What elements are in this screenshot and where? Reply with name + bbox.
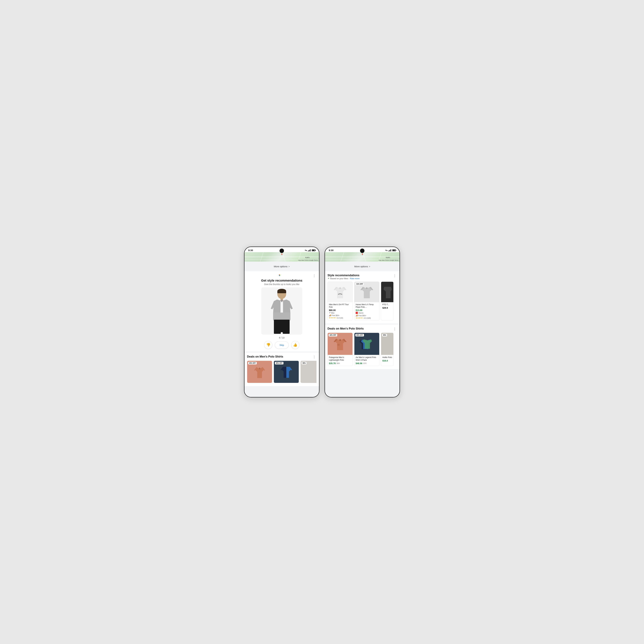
thumbs-up-button-left[interactable]: 👍 bbox=[291, 341, 299, 349]
map-label-left: Kohl's bbox=[305, 257, 310, 258]
svg-rect-17 bbox=[274, 326, 281, 334]
style-rec-content-left: Get style recommendations Give the thumb… bbox=[247, 279, 316, 349]
deals-section-right: Deals on Men's Polo Shirts ⋮ 44% OFF bbox=[325, 325, 400, 369]
map-copyright-right: Map data ©2024 Google Terms bbox=[379, 259, 398, 261]
patagonia-polo-illustration bbox=[331, 335, 349, 353]
product-info-nike-right: Nike Men's Dri-FIT Tour Polo $80.00 ✓ Ni… bbox=[328, 302, 353, 320]
deal-price-ae-right: $48.96 $70 bbox=[356, 362, 378, 365]
shipping-hanes-right: 🚚 Free $50+ bbox=[356, 314, 378, 316]
skip-button-left[interactable]: Skip bbox=[275, 341, 289, 349]
thumbs-down-button-left[interactable]: 👎 bbox=[264, 341, 272, 349]
wifi-icon-right: ▾▴ bbox=[385, 249, 388, 251]
deal-image-hollis-right: 35% bbox=[381, 333, 394, 355]
three-dots-style-right[interactable]: ⋮ bbox=[393, 274, 397, 278]
deals-products-scroll-right[interactable]: 44% OFF Patagonia Men's Lightweight Polo bbox=[328, 333, 397, 367]
discount-badge-patagonia-right: 44% OFF bbox=[329, 334, 337, 336]
map-bg-left: 📍 Kohl's Map data ©2024 Google Terms bbox=[244, 252, 319, 262]
deal-hollis-right[interactable]: 35% Hollis Polo $16.0 bbox=[381, 333, 394, 366]
deal-ae-right[interactable]: 30% OFF Ae Men's Legend Polo Shirt 3-Pac… bbox=[354, 333, 379, 366]
product-name-pto-right: PTO T... bbox=[382, 303, 392, 306]
deal-original-price-ae-right: $70 bbox=[363, 362, 366, 364]
status-icons-right: ▾▴ bbox=[385, 249, 396, 251]
status-icons-left: ▾▴ bbox=[305, 249, 315, 251]
deals-products-scroll-left[interactable]: 44% OFF 30% OFF bbox=[247, 361, 316, 384]
status-time-left: 9:30 bbox=[248, 249, 253, 252]
deals-title-left: Deals on Men's Polo Shirts bbox=[247, 355, 283, 358]
svg-rect-29 bbox=[337, 344, 340, 346]
product-brand-nike-right: ✓ Nike bbox=[329, 312, 351, 314]
deal-original-price-patagonia-right: $65 bbox=[337, 362, 340, 364]
style-rec-subtitle-right: Based on your likes · Rate more bbox=[328, 277, 359, 280]
deal-image-patagonia-right: 44% OFF bbox=[328, 333, 353, 355]
deal-name-patagonia-right: Patagonia Men's Lightweight Polo bbox=[329, 356, 351, 361]
chevron-right-icon-left: > bbox=[288, 265, 290, 268]
signal-bars-right bbox=[388, 249, 391, 251]
shipping-text-hanes-right: Free $50+ bbox=[358, 315, 366, 316]
star-icons-hanes-right: ★★★★½ bbox=[356, 317, 363, 319]
rate-more-link-right[interactable]: Rate more bbox=[350, 277, 360, 280]
shipping-icon-hanes-right: 🚚 bbox=[356, 314, 358, 316]
chevron-right-icon-right: > bbox=[369, 265, 370, 268]
discount-badge-hanes-right: 31% OFF bbox=[355, 283, 364, 285]
product-name-hanes-right: Hanes Men's X-Temp Pique Polo… bbox=[356, 303, 378, 308]
polo-dark-illustration-left bbox=[278, 364, 294, 380]
hanes-brand-name-right: Hanes bbox=[358, 312, 364, 314]
status-bar-left: 9:30 ▾▴ bbox=[244, 247, 319, 252]
product-pto-polo-right[interactable]: PTO T... $29.9 bbox=[381, 282, 394, 320]
deal-image-grey-left: 35% bbox=[301, 361, 316, 383]
thumbs-down-icon-left: 👎 bbox=[266, 343, 270, 347]
deal-price-patagonia-right: $35.78 $65 bbox=[329, 362, 351, 365]
deal-product-pink-left[interactable]: 44% OFF bbox=[247, 361, 272, 383]
scroll-content-left[interactable]: 📍 Kohl's Map data ©2024 Google Terms Mor… bbox=[244, 252, 319, 397]
deal-patagonia-right[interactable]: 44% OFF Patagonia Men's Lightweight Polo bbox=[328, 333, 353, 366]
product-price-pto-right: $29.9 bbox=[382, 307, 392, 309]
style-rec-image-left bbox=[261, 287, 302, 335]
svg-marker-8 bbox=[280, 274, 280, 275]
product-price-hanes-right: $13.00 bbox=[356, 309, 378, 311]
rating-text-hanes-right: 4.3 bbox=[364, 317, 366, 319]
product-price-nike-right: $80.00 bbox=[329, 309, 351, 311]
shipping-nike-right: 🚚 Free $50+ bbox=[329, 314, 351, 316]
battery-icon-right bbox=[392, 249, 396, 251]
more-options-label-right: More options bbox=[354, 265, 368, 268]
more-options-button-left[interactable]: More options > bbox=[247, 263, 316, 270]
nike-brand-icon-right: ✓ bbox=[329, 312, 330, 314]
hanes-brand-icon-right bbox=[356, 312, 358, 314]
wifi-icon-left: ▾▴ bbox=[305, 249, 307, 251]
counter-text-left: 8 / 10 bbox=[279, 336, 284, 339]
ae-polo-illustration bbox=[358, 335, 375, 353]
product-info-pto-right: PTO T... $29.9 bbox=[381, 302, 394, 311]
google-diamond-icon-left bbox=[278, 274, 281, 278]
nike-brand-name-right: Nike bbox=[331, 312, 334, 314]
style-rec-header-left: ⋮ bbox=[247, 274, 316, 278]
product-image-nike-right bbox=[328, 282, 353, 302]
more-options-label-left: More options bbox=[274, 265, 288, 268]
style-products-scroll-right[interactable]: Nike Men's Dri-FIT Tour Polo $80.00 ✓ Ni… bbox=[328, 282, 397, 321]
camera-notch-left bbox=[280, 249, 284, 253]
deal-sale-price-patagonia-right: $35.78 bbox=[329, 362, 336, 365]
shipping-text-nike-right: Free $50+ bbox=[332, 314, 339, 316]
svg-marker-26 bbox=[329, 278, 329, 278]
style-rec-title-right: Style recommendations bbox=[328, 274, 359, 277]
signal-bars-left bbox=[308, 249, 311, 251]
deal-product-grey-left[interactable]: 35% bbox=[300, 361, 316, 383]
deal-product-dark-left[interactable]: 30% OFF bbox=[274, 361, 299, 383]
pto-polo-illustration bbox=[383, 283, 392, 301]
stars-hanes-right: ★★★★½ 4.3 (328) bbox=[356, 317, 378, 319]
svg-marker-27 bbox=[329, 278, 329, 279]
three-dots-deals-left[interactable]: ⋮ bbox=[312, 355, 316, 359]
product-brand-hanes-right: Hanes bbox=[356, 312, 378, 314]
product-nike-polo-right[interactable]: Nike Men's Dri-FIT Tour Polo $80.00 ✓ Ni… bbox=[328, 282, 353, 320]
discount-badge-dark-left: 30% OFF bbox=[275, 362, 283, 364]
three-dots-deals-right[interactable]: ⋮ bbox=[393, 327, 397, 331]
right-phone: 9:30 ▾▴ bbox=[325, 247, 400, 397]
rating-text-nike-right: 4.4 bbox=[337, 317, 339, 319]
nike-polo-illustration bbox=[331, 283, 349, 301]
scroll-content-right[interactable]: 📍 Kohl's Map data ©2024 Google Terms Mor… bbox=[325, 252, 400, 397]
polo-pink-illustration-left bbox=[252, 364, 267, 380]
svg-marker-28 bbox=[328, 278, 329, 279]
more-options-button-right[interactable]: More options > bbox=[328, 263, 397, 270]
product-hanes-polo-right[interactable]: 31% OFF Hanes Men's X-Temp Pique Polo… $… bbox=[354, 282, 379, 320]
deal-info-ae-right: Ae Men's Legend Polo Shirt 3-Pack $48.96… bbox=[354, 355, 379, 366]
three-dots-icon-style-left[interactable]: ⋮ bbox=[312, 274, 316, 278]
